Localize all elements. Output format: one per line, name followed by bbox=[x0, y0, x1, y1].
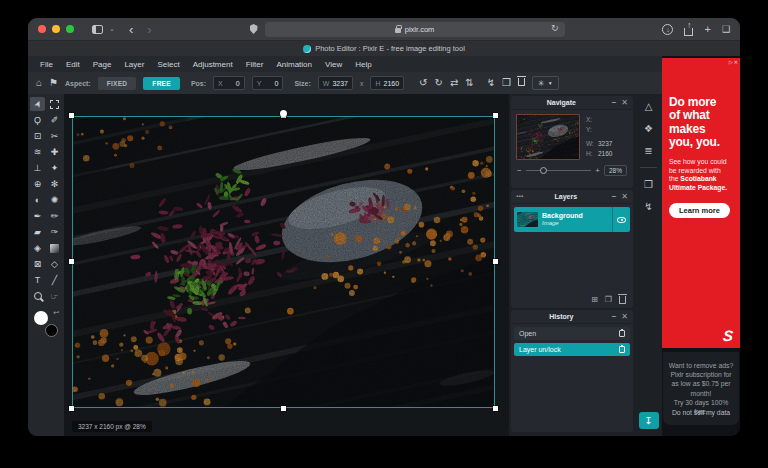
wand-tool[interactable]: ✐ bbox=[47, 113, 62, 127]
zoom-slider-knob[interactable] bbox=[540, 167, 547, 174]
pen-tool[interactable]: ✒ bbox=[30, 209, 45, 223]
detail-tool[interactable]: ✦ bbox=[47, 161, 62, 175]
ad-learn-more-button[interactable]: Learn more bbox=[669, 203, 730, 218]
quick-actions-icon[interactable]: ↯ bbox=[644, 201, 652, 212]
color-swatches[interactable]: ↩ bbox=[34, 311, 58, 337]
layer-row[interactable]: BackgroundImage bbox=[514, 207, 630, 232]
layers-toggle-icon[interactable]: ❖ bbox=[644, 123, 653, 134]
settings-dropdown[interactable]: ✳ ▼ bbox=[532, 76, 559, 90]
delete-icon[interactable] bbox=[518, 78, 525, 88]
menu-edit[interactable]: Edit bbox=[66, 60, 80, 69]
close-panel-icon[interactable]: ✕ bbox=[621, 313, 628, 321]
rasterize-icon[interactable]: ↯ bbox=[487, 78, 495, 88]
slice-tool[interactable]: ✂ bbox=[47, 129, 62, 143]
image-properties-icon[interactable]: ❐ bbox=[644, 179, 653, 190]
line-tool[interactable]: ╱ bbox=[47, 273, 62, 287]
gradient-tool[interactable] bbox=[47, 241, 62, 255]
size-w-input[interactable]: W 3237 bbox=[318, 76, 353, 90]
heal-tool[interactable]: ✚ bbox=[47, 145, 62, 159]
zoom-window-button[interactable] bbox=[66, 25, 74, 33]
handle-top-right[interactable] bbox=[493, 113, 498, 118]
zoom-out-icon[interactable]: − bbox=[517, 166, 522, 175]
save-download-button[interactable]: ↧ bbox=[639, 412, 659, 429]
brush-tool[interactable]: ✑ bbox=[47, 225, 62, 239]
rotate-handle[interactable] bbox=[280, 110, 287, 117]
handle-mid-left[interactable] bbox=[69, 259, 74, 264]
layers-menu-icon[interactable]: ⋯ bbox=[516, 192, 525, 201]
home-icon[interactable]: ⌂ bbox=[36, 78, 42, 88]
downloads-icon[interactable]: ↓ bbox=[662, 24, 673, 35]
chevron-down-icon[interactable]: ⌄ bbox=[109, 25, 115, 33]
flip-horizontal-icon[interactable]: ⇄ bbox=[450, 78, 458, 88]
dodge-burn-tool[interactable]: ◐ bbox=[30, 193, 45, 207]
sidebar-icon[interactable] bbox=[92, 25, 103, 34]
tab-bar[interactable]: Photo Editor : Pixlr E - free image edit… bbox=[28, 40, 740, 56]
new-tab-button[interactable]: + bbox=[704, 23, 710, 35]
swap-colors-icon[interactable]: ↩ bbox=[53, 309, 59, 317]
clone-stamp-tool[interactable]: ⊥ bbox=[30, 161, 45, 175]
duplicate-layer-icon[interactable]: ❐ bbox=[605, 295, 612, 304]
zoom-value[interactable]: 28% bbox=[604, 165, 627, 176]
history-toggle-icon[interactable]: ≣ bbox=[644, 145, 652, 156]
sharpen-tool[interactable]: ✺ bbox=[47, 193, 62, 207]
close-window-button[interactable] bbox=[38, 25, 46, 33]
minimize-panel-icon[interactable]: − bbox=[612, 99, 617, 107]
zoom-slider[interactable] bbox=[526, 170, 592, 171]
handle-top-left[interactable] bbox=[69, 113, 74, 118]
marquee-tool[interactable] bbox=[47, 97, 62, 111]
menu-adjustment[interactable]: Adjustment bbox=[193, 60, 233, 69]
navigate-toggle-icon[interactable]: △ bbox=[645, 101, 653, 112]
redo-icon[interactable]: ↻ bbox=[434, 78, 442, 88]
hand-tool[interactable]: ☞ bbox=[47, 289, 62, 303]
scotiabank-ad[interactable]: ▷✕ Do more of what makes you, you. See h… bbox=[662, 58, 740, 348]
menu-filter[interactable]: Filter bbox=[246, 60, 264, 69]
menu-help[interactable]: Help bbox=[355, 60, 371, 69]
delete-layer-icon[interactable] bbox=[619, 296, 626, 304]
tab-overview-icon[interactable]: ❑ bbox=[722, 24, 730, 34]
menu-view[interactable]: View bbox=[325, 60, 342, 69]
size-h-input[interactable]: H 2160 bbox=[370, 76, 404, 90]
pos-x-input[interactable]: X 0 bbox=[213, 76, 245, 90]
do-not-sell-link[interactable]: Do not sell my data bbox=[668, 408, 734, 417]
lasso-tool[interactable]: Ϙ bbox=[30, 113, 45, 127]
url-bar[interactable]: pixlr.com ↻ bbox=[265, 22, 565, 37]
filter-tool[interactable]: ✻ bbox=[47, 177, 62, 191]
flip-vertical-icon[interactable]: ⇅ bbox=[465, 78, 473, 88]
handle-bottom-left[interactable] bbox=[69, 406, 74, 411]
text-tool[interactable]: T bbox=[30, 273, 45, 287]
history-step[interactable]: Layer un/lock bbox=[514, 343, 630, 356]
close-panel-icon[interactable]: ✕ bbox=[621, 99, 628, 107]
handle-bottom-center[interactable] bbox=[281, 406, 286, 411]
crop-tool[interactable]: ⊡ bbox=[30, 129, 45, 143]
reload-icon[interactable]: ↻ bbox=[551, 23, 559, 33]
zoom-tool[interactable] bbox=[30, 289, 45, 303]
privacy-shield-icon[interactable] bbox=[250, 24, 258, 34]
minimize-panel-icon[interactable]: − bbox=[612, 313, 617, 321]
pencil-tool[interactable]: ✏ bbox=[47, 209, 62, 223]
fill-tool[interactable]: ◈ bbox=[30, 241, 45, 255]
menu-animation[interactable]: Animation bbox=[276, 60, 312, 69]
menu-layer[interactable]: Layer bbox=[124, 60, 144, 69]
liquify-tool[interactable]: ≋ bbox=[30, 145, 45, 159]
aspect-free-button[interactable]: FREE bbox=[143, 77, 180, 90]
menu-file[interactable]: File bbox=[40, 60, 53, 69]
adchoices-icon[interactable]: ▷✕ bbox=[729, 59, 739, 65]
handle-mid-right[interactable] bbox=[493, 259, 498, 264]
handle-bottom-right[interactable] bbox=[493, 406, 498, 411]
forward-button[interactable]: › bbox=[147, 23, 151, 36]
canvas-area[interactable]: 3237 x 2160 px @ 28% bbox=[64, 94, 509, 436]
image-layer[interactable] bbox=[72, 116, 495, 408]
arrange-tool[interactable]: ➤ bbox=[30, 97, 45, 111]
distort-tool[interactable]: ⊕ bbox=[30, 177, 45, 191]
frame-tool[interactable]: ⊠ bbox=[30, 257, 45, 271]
close-panel-icon[interactable]: ✕ bbox=[621, 193, 628, 201]
pos-y-input[interactable]: Y 0 bbox=[252, 76, 284, 90]
shape-tool[interactable]: ◇ bbox=[47, 257, 62, 271]
undo-icon[interactable]: ↺ bbox=[419, 78, 427, 88]
navigate-thumbnail[interactable] bbox=[516, 114, 580, 160]
background-color-swatch[interactable] bbox=[45, 324, 58, 337]
duplicate-icon[interactable]: ❐ bbox=[502, 78, 511, 88]
menu-page[interactable]: Page bbox=[93, 60, 112, 69]
layer-visibility-toggle[interactable] bbox=[612, 207, 630, 232]
back-button[interactable]: ‹ bbox=[129, 23, 133, 36]
